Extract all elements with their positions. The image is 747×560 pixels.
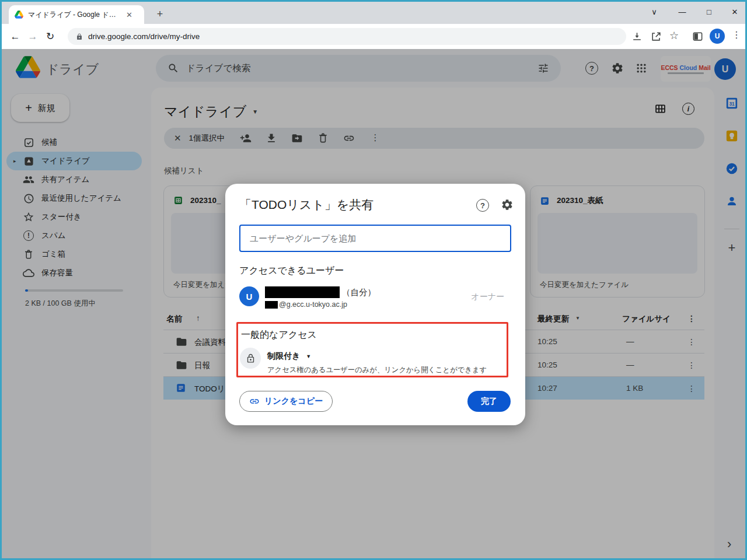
browser-window: マイドライブ - Google ドライブ ✕ + ∨ — □ ✕ ← → ↻ d… <box>0 0 747 560</box>
people-with-access-title: アクセスできるユーザー <box>239 265 344 277</box>
restricted-lock-icon <box>240 348 261 369</box>
redacted-email-local <box>265 301 278 309</box>
owner-role-label: オーナー <box>471 292 504 302</box>
browser-toolbar: ← → ↻ drive.google.com/drive/my-drive ☆ … <box>2 24 745 49</box>
maximize-button[interactable]: □ <box>696 2 722 22</box>
drive-page: ドライブ ドライブで検索 ? ECCS Cloud Mail U + 新規 <box>2 49 745 558</box>
copy-link-label: リンクをコピー <box>264 396 323 407</box>
access-description: アクセス権のあるユーザーのみが、リンクから開くことができます <box>267 365 487 375</box>
owner-avatar: U <box>239 286 259 306</box>
done-button[interactable]: 完了 <box>467 391 511 412</box>
new-tab-button[interactable]: + <box>152 6 167 22</box>
general-access-title: 一般的なアクセス <box>241 329 317 341</box>
owner-name-line: （自分） <box>265 286 376 298</box>
tab-search-icon[interactable]: ∨ <box>641 2 667 22</box>
owner-email-line: @g.ecc.u-tokyo.ac.jp <box>265 300 347 309</box>
lock-icon <box>76 33 83 40</box>
reload-icon[interactable]: ↻ <box>41 30 59 43</box>
browser-tab[interactable]: マイドライブ - Google ドライブ ✕ <box>9 5 144 24</box>
dialog-help-icon[interactable]: ? <box>476 199 489 212</box>
dialog-settings-icon[interactable] <box>501 198 514 211</box>
redacted-owner-name <box>265 286 340 298</box>
add-people-input[interactable] <box>239 225 511 252</box>
bookmark-star-icon[interactable]: ☆ <box>669 29 679 42</box>
owner-email-domain: @g.ecc.u-tokyo.ac.jp <box>279 300 347 309</box>
back-icon[interactable]: ← <box>6 31 24 43</box>
browser-menu-icon[interactable]: ⋮ <box>732 29 741 40</box>
dialog-title: 「TODOリスト」を共有 <box>239 197 374 213</box>
close-button[interactable]: ✕ <box>722 2 747 22</box>
minimize-button[interactable]: — <box>669 2 695 22</box>
access-option-dropdown[interactable]: 制限付き ▼ <box>267 351 311 362</box>
share-icon[interactable] <box>651 31 662 42</box>
forward-icon[interactable]: → <box>24 31 41 43</box>
owner-self-label: （自分） <box>342 287 376 298</box>
browser-profile-avatar[interactable]: U <box>710 29 725 44</box>
dropdown-caret-icon: ▼ <box>306 354 311 359</box>
tab-strip: マイドライブ - Google ドライブ ✕ + ∨ — □ ✕ <box>2 2 745 24</box>
install-icon[interactable] <box>631 31 643 42</box>
side-panel-icon[interactable] <box>692 31 703 42</box>
copy-link-button[interactable]: リンクをコピー <box>239 391 333 412</box>
url-text: drive.google.com/drive/my-drive <box>88 32 200 41</box>
tab-close-icon[interactable]: ✕ <box>126 10 132 19</box>
drive-favicon <box>15 10 23 19</box>
address-bar[interactable]: drive.google.com/drive/my-drive <box>68 28 626 45</box>
link-icon <box>249 396 260 407</box>
tab-title: マイドライブ - Google ドライブ <box>28 10 121 20</box>
share-dialog: 「TODOリスト」を共有 ? アクセスできるユーザー U （自分） @g.ecc… <box>225 184 525 425</box>
